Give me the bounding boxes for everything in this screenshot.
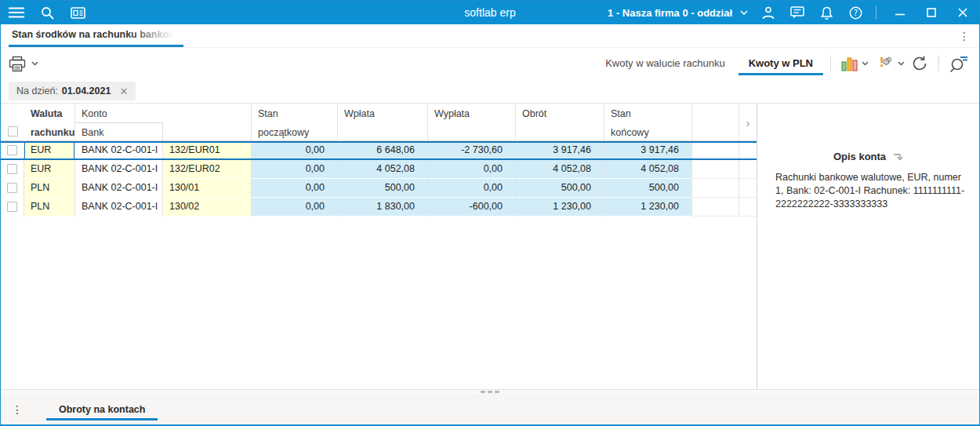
empty-cell[interactable] (692, 179, 739, 198)
row-select-cell[interactable] (1, 198, 24, 217)
company-selector[interactable]: 1 - Nasza firma 0 - oddział (608, 7, 748, 19)
account-cell[interactable]: 132/EUR01 (163, 141, 252, 160)
turnover-cell[interactable]: 4 052,08 (516, 160, 604, 179)
view-tab-underline (739, 73, 823, 75)
maximize-button[interactable] (923, 4, 940, 21)
header-withdrawal[interactable]: Wypłata (428, 104, 516, 141)
currency-cell[interactable]: EUR (24, 141, 75, 160)
deposit-cell[interactable]: 4 052,08 (338, 160, 428, 179)
deposit-cell[interactable]: 1 830,00 (338, 198, 428, 217)
svg-text:⚙: ⚙ (886, 56, 892, 64)
hamburger-menu-icon[interactable] (8, 4, 25, 21)
messages-icon[interactable] (789, 4, 806, 21)
tab-stan-srodkow[interactable]: Stan środków na rachunku bankowym na dzi… (9, 24, 183, 48)
currency-cell[interactable]: PLN (24, 179, 75, 198)
empty-cell[interactable] (739, 179, 757, 198)
withdrawal-cell[interactable]: 0,00 (428, 160, 516, 179)
header-empty (692, 104, 739, 141)
header-turnover[interactable]: Obrót (516, 104, 604, 141)
turnover-cell[interactable]: 1 230,00 (516, 198, 604, 217)
closing-balance-cell[interactable]: 1 230,00 (604, 198, 692, 217)
deposit-cell[interactable]: 6 648,06 (338, 141, 428, 160)
search-icon[interactable] (38, 4, 56, 21)
refresh-button[interactable] (908, 56, 931, 71)
account-cell[interactable]: 132/EUR02 (163, 160, 252, 179)
table-row[interactable]: EURBANK 02-C-001-I132/EUR010,006 648,06-… (1, 141, 757, 160)
closing-balance-cell[interactable]: 3 917,46 (604, 141, 692, 160)
account-cell[interactable]: 130/01 (163, 179, 252, 198)
account-cell[interactable]: 130/02 (163, 198, 252, 217)
bank-cell[interactable]: BANK 02-C-001-I (75, 198, 163, 217)
row-select-cell[interactable] (1, 179, 24, 198)
tab-obroty-na-kontach[interactable]: Obroty na kontach (46, 394, 158, 424)
splitter-handle-icon[interactable] (481, 391, 499, 393)
empty-cell[interactable] (692, 141, 739, 160)
user-icon[interactable] (760, 4, 777, 21)
table-row[interactable]: EURBANK 02-C-001-I132/EUR020,004 052,080… (1, 160, 757, 179)
news-journal-icon[interactable] (69, 4, 86, 21)
deposit-cell[interactable]: 500,00 (338, 179, 428, 198)
header-deposit[interactable]: Wpłata (338, 104, 428, 141)
print-button[interactable] (9, 56, 38, 72)
header-konto[interactable]: Konto Bank (75, 104, 252, 141)
bottom-tab-underline (46, 418, 158, 421)
goto-arrow-icon[interactable] (893, 152, 903, 162)
search-filter-button[interactable] (946, 56, 971, 72)
titlebar: softlab erp 1 - Nasza firma 0 - oddział … (1, 1, 979, 24)
operations-button[interactable]: !⚙⚙ (872, 55, 908, 72)
main-area: Waluta rachunku Konto Bank Stan początko… (1, 103, 979, 389)
notifications-bell-icon[interactable] (818, 4, 835, 21)
row-checkbox[interactable] (7, 202, 17, 212)
header-closing[interactable]: Stan końcowy (604, 104, 692, 141)
chart-button[interactable] (838, 56, 872, 71)
empty-cell[interactable] (692, 160, 739, 179)
close-button[interactable] (954, 4, 971, 21)
withdrawal-cell[interactable]: 0,00 (428, 179, 516, 198)
withdrawal-cell[interactable]: -600,00 (428, 198, 516, 217)
table-row[interactable]: PLNBANK 02-C-001-I130/020,001 830,00-600… (1, 198, 757, 217)
row-select-cell[interactable] (1, 160, 24, 179)
empty-cell[interactable] (739, 141, 757, 160)
empty-cell[interactable] (692, 198, 739, 217)
empty-cell[interactable] (739, 160, 757, 179)
active-tab-underline (9, 45, 183, 47)
empty-cell[interactable] (739, 198, 757, 217)
bank-cell[interactable]: BANK 02-C-001-I (75, 141, 163, 160)
filter-remove-icon[interactable]: ✕ (119, 86, 128, 97)
view-tab-account-currency[interactable]: Kwoty w walucie rachunku (595, 50, 735, 77)
minimize-button[interactable] (891, 4, 909, 21)
header-deposit-label: Wpłata (344, 104, 427, 122)
bank-cell[interactable]: BANK 02-C-001-I (75, 160, 163, 179)
row-checkbox[interactable] (7, 183, 17, 193)
opening-balance-cell[interactable]: 0,00 (252, 141, 338, 160)
select-all-checkbox[interactable] (8, 126, 18, 137)
header-opening[interactable]: Stan początkowy (252, 104, 338, 141)
opening-balance-cell[interactable]: 0,00 (252, 160, 338, 179)
scroll-columns-right-icon[interactable]: › (739, 104, 757, 141)
help-icon[interactable]: ? (847, 4, 864, 21)
date-filter-chip[interactable]: Na dzień: 01.04.2021 ✕ (9, 82, 136, 100)
table-header: Waluta rachunku Konto Bank Stan początko… (1, 104, 757, 141)
tabbar-kebab-menu-icon[interactable]: ⋮ (959, 28, 970, 44)
tab-label-fade (129, 24, 185, 46)
row-checkbox[interactable] (7, 145, 17, 155)
closing-balance-cell[interactable]: 500,00 (604, 179, 692, 198)
closing-balance-cell[interactable]: 4 052,08 (604, 160, 692, 179)
opening-balance-cell[interactable]: 0,00 (252, 179, 338, 198)
withdrawal-cell[interactable]: -2 730,60 (428, 141, 516, 160)
row-select-cell[interactable] (1, 141, 24, 160)
bottom-kebab-menu-icon[interactable]: ⋮ (1, 403, 35, 416)
table-row[interactable]: PLNBANK 02-C-001-I130/010,00500,000,0050… (1, 179, 757, 198)
select-all-cell[interactable] (1, 104, 24, 141)
bank-cell[interactable]: BANK 02-C-001-I (75, 179, 163, 198)
currency-cell[interactable]: PLN (24, 198, 75, 217)
row-checkbox[interactable] (7, 164, 17, 174)
header-currency[interactable]: Waluta rachunku (24, 104, 75, 141)
currency-cell[interactable]: EUR (24, 160, 75, 179)
turnover-cell[interactable]: 500,00 (516, 179, 604, 198)
view-tab-pln[interactable]: Kwoty w PLN (739, 50, 823, 77)
header-bank-label[interactable]: Bank (75, 122, 163, 141)
opening-balance-cell[interactable]: 0,00 (252, 198, 338, 217)
turnover-cell[interactable]: 3 917,46 (516, 141, 604, 160)
print-chevron-down-icon[interactable] (31, 61, 38, 66)
